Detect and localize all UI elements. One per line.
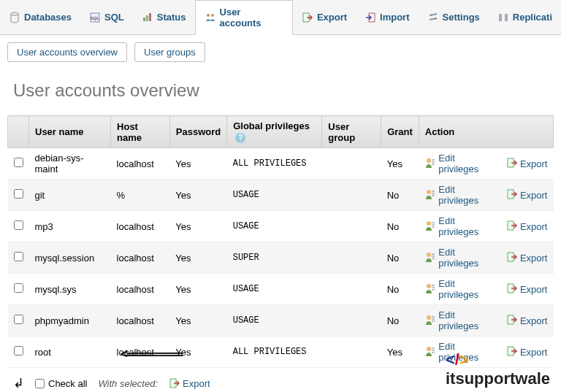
row-checkbox[interactable] — [14, 189, 23, 199]
replication-icon — [497, 12, 509, 23]
cell-privileges: SUPER — [227, 242, 322, 274]
row-export-link[interactable]: Export — [506, 314, 548, 328]
svg-rect-4 — [146, 15, 148, 21]
edit-privileges-link[interactable]: Edit privileges — [424, 247, 495, 269]
tab-databases-label: Databases — [24, 12, 72, 23]
svg-rect-5 — [149, 13, 151, 21]
footer-export-link[interactable]: Export — [169, 377, 210, 389]
export-icon — [506, 157, 518, 171]
col-username[interactable]: User name — [29, 116, 111, 148]
edit-user-icon — [424, 345, 436, 359]
row-checkbox[interactable] — [14, 158, 23, 167]
table-row: mp3localhostYesUSAGENo Edit privileges E… — [8, 211, 554, 242]
export-icon — [302, 12, 313, 23]
check-all-checkbox[interactable] — [35, 379, 45, 388]
tab-export-label: Export — [317, 12, 347, 23]
svg-point-26 — [427, 347, 431, 351]
svg-point-14 — [427, 158, 431, 163]
cell-hostname: localhost — [111, 305, 170, 337]
cell-password: Yes — [169, 211, 226, 242]
user-accounts-icon — [205, 12, 216, 23]
cell-hostname: localhost — [111, 242, 170, 274]
user-accounts-table: User name Host name Password Global priv… — [7, 115, 554, 368]
svg-point-10 — [430, 14, 432, 16]
svg-point-16 — [427, 190, 431, 194]
page-title: User accounts overview — [0, 69, 561, 115]
import-icon — [365, 12, 376, 23]
edit-privileges-link[interactable]: Edit privileges — [424, 278, 495, 300]
cell-privileges: ALL PRIVILEGES — [227, 337, 322, 368]
svg-point-6 — [207, 14, 210, 17]
cell-privileges: ALL PRIVILEGES — [227, 148, 322, 180]
edit-user-icon — [424, 188, 436, 202]
cell-username: mysql.session — [29, 242, 111, 274]
row-export-link[interactable]: Export — [506, 188, 548, 202]
subtab-groups[interactable]: User groups — [134, 42, 205, 62]
svg-point-20 — [427, 253, 431, 257]
svg-point-0 — [11, 12, 18, 15]
tab-export[interactable]: Export — [293, 0, 356, 34]
cell-grant: Yes — [381, 337, 419, 368]
tab-replication[interactable]: Replicati — [489, 0, 561, 34]
tab-sql[interactable]: SQL SQL — [80, 0, 133, 34]
cell-privileges: USAGE — [227, 211, 322, 242]
cell-password: Yes — [169, 148, 226, 180]
top-tabs: Databases SQL SQL Status User accounts E… — [0, 0, 561, 35]
cell-usergroup — [322, 211, 381, 242]
svg-point-24 — [427, 315, 431, 320]
tab-databases[interactable]: Databases — [0, 0, 80, 34]
table-row: phpmyadminlocalhostYesUSAGENo Edit privi… — [8, 305, 554, 337]
row-checkbox[interactable] — [14, 315, 23, 324]
svg-point-11 — [434, 18, 436, 20]
col-checkbox — [8, 116, 29, 148]
col-global-priv[interactable]: Global privileges? — [227, 116, 322, 148]
row-checkbox[interactable] — [14, 346, 23, 356]
cell-grant: No — [381, 305, 419, 337]
tab-settings-label: Settings — [443, 12, 480, 23]
row-export-link[interactable]: Export — [506, 220, 548, 234]
svg-point-7 — [211, 14, 214, 17]
row-export-link[interactable]: Export — [506, 283, 548, 296]
table-row: git%YesUSAGENo Edit privileges Export — [8, 180, 554, 211]
tab-status-label: Status — [157, 12, 186, 23]
tab-user-accounts-label: User accounts — [220, 7, 283, 28]
cell-usergroup — [322, 180, 381, 211]
cell-privileges: USAGE — [227, 180, 322, 211]
col-password[interactable]: Password — [169, 116, 226, 148]
tab-settings[interactable]: Settings — [419, 0, 489, 34]
cell-password: Yes — [169, 242, 226, 274]
row-checkbox[interactable] — [14, 252, 23, 261]
tab-import[interactable]: Import — [356, 0, 418, 34]
tab-user-accounts[interactable]: User accounts — [195, 0, 293, 35]
cell-username: debian-sys-maint — [29, 148, 111, 180]
edit-user-icon — [424, 251, 436, 265]
col-hostname[interactable]: Host name — [111, 116, 170, 148]
cell-username: git — [29, 180, 111, 211]
svg-rect-13 — [505, 14, 508, 21]
cell-username: root — [29, 337, 111, 368]
col-grant[interactable]: Grant — [381, 116, 419, 148]
row-checkbox[interactable] — [14, 220, 23, 230]
cell-grant: No — [381, 274, 419, 305]
edit-privileges-link[interactable]: Edit privileges — [424, 310, 495, 331]
svg-point-18 — [427, 221, 431, 226]
check-all[interactable]: Check all — [35, 378, 87, 389]
col-user-group[interactable]: User group — [322, 116, 381, 148]
edit-privileges-link[interactable]: Edit privileges — [424, 215, 495, 237]
cell-username: phpmyadmin — [29, 305, 111, 337]
svg-point-22 — [427, 284, 431, 288]
cell-password: Yes — [169, 180, 226, 211]
tab-status[interactable]: Status — [133, 0, 195, 34]
row-checkbox[interactable] — [14, 283, 23, 293]
row-export-link[interactable]: Export — [506, 251, 548, 265]
tab-sql-label: SQL — [104, 12, 124, 23]
edit-privileges-link[interactable]: Edit privileges — [424, 184, 495, 206]
svg-rect-12 — [499, 14, 502, 21]
edit-privileges-link[interactable]: Edit privileges — [424, 153, 495, 174]
row-export-link[interactable]: Export — [506, 157, 548, 171]
cell-grant: No — [381, 242, 419, 274]
help-icon[interactable]: ? — [235, 133, 245, 143]
cell-usergroup — [322, 242, 381, 274]
subtab-overview[interactable]: User accounts overview — [7, 42, 127, 62]
export-icon — [506, 188, 518, 202]
